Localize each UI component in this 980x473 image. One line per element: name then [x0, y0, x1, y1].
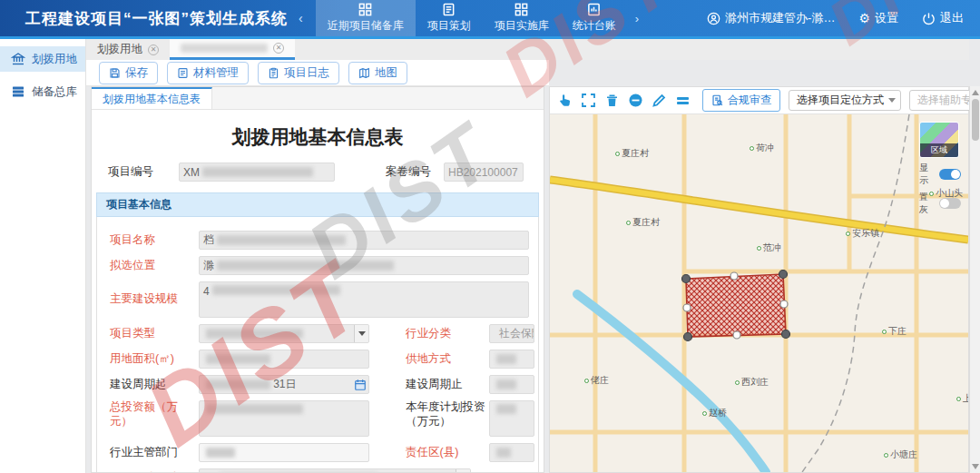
- sidebar-item-allocated-land[interactable]: 划拨用地: [0, 46, 85, 72]
- period-start-date-field[interactable]: 31日: [199, 375, 369, 394]
- map-place-label: 佬庄: [584, 374, 609, 387]
- dept-field[interactable]: [199, 443, 369, 462]
- grey-toggle[interactable]: [939, 198, 961, 209]
- map-icon: [358, 67, 370, 79]
- form-row: 项目用地性质 A2: [97, 468, 538, 473]
- redacted-value: [496, 448, 511, 458]
- case-no-field[interactable]: HB202100007: [444, 163, 524, 182]
- industry-field[interactable]: 社会保障: [489, 324, 534, 343]
- button-label: 地图: [375, 65, 397, 81]
- form-header-fields: 项目编号 XM 案卷编号 HB202100007: [92, 163, 544, 192]
- annual-invest-label: 本年度计划投资（万元）: [406, 400, 489, 429]
- map-place-label: 上: [956, 392, 968, 405]
- nav-more-arrow-icon[interactable]: ›: [635, 12, 639, 25]
- redacted-value: [496, 379, 516, 389]
- railway-line: [802, 114, 909, 472]
- district-field[interactable]: [489, 443, 534, 462]
- project-name-label: 项目名称: [110, 233, 199, 248]
- district-label: 责任区(县): [406, 446, 489, 460]
- annual-invest-field[interactable]: [489, 400, 534, 437]
- chevron-down-icon: [888, 98, 896, 103]
- zoom-out-icon[interactable]: [628, 93, 643, 108]
- form-title: 划拨用地基本信息表: [92, 124, 544, 150]
- sidebar-item-reserve-bank[interactable]: 储备总库: [0, 79, 85, 104]
- project-name-field[interactable]: 档: [199, 231, 529, 250]
- pan-hand-icon[interactable]: [557, 93, 573, 108]
- compliance-review-button[interactable]: 合规审查: [702, 89, 780, 112]
- logout-button[interactable]: 退出: [922, 10, 964, 26]
- map-place-label: 下庄: [882, 325, 906, 338]
- project-no-field[interactable]: XM: [179, 163, 335, 182]
- vertical-scrollbar[interactable]: [969, 86, 980, 473]
- scale-field[interactable]: 4: [199, 281, 529, 318]
- period-end-field[interactable]: [489, 375, 534, 394]
- nav-item-recent-reserve[interactable]: 近期项目储备库: [316, 0, 416, 36]
- parcel-polygon[interactable]: [682, 271, 790, 341]
- field-value: HB202100007: [448, 166, 518, 179]
- collapse-arrow-icon[interactable]: ‹: [299, 11, 303, 25]
- project-type-label: 项目类型: [110, 327, 199, 341]
- map-canvas[interactable]: 夏庄村荷冲夏庄村安乐镇小山头范冲下庄西刘庄佬庄赵桥小塘庄上 区域 显示 置灰: [550, 114, 968, 472]
- scrollbar-thumb[interactable]: [972, 99, 979, 141]
- form-row: 建设周期起 31日 建设周期止: [97, 375, 538, 394]
- supply-mode-label: 供地方式: [406, 352, 489, 367]
- save-icon: [109, 67, 121, 79]
- industry-label: 行业分类: [406, 327, 489, 341]
- map-marker-icon: [884, 453, 888, 458]
- show-toggle[interactable]: [939, 169, 961, 180]
- header-right: 滁州市规建管办-滁… ⚙ 设置 退出: [707, 0, 964, 36]
- nav-item-statistics[interactable]: 统计台账: [561, 0, 628, 36]
- map-marker-icon: [956, 397, 961, 401]
- layer-thumbnail[interactable]: 区域: [919, 122, 959, 158]
- nav-item-project-planning[interactable]: 项目策划: [416, 0, 483, 36]
- fullscreen-icon[interactable]: [581, 93, 596, 108]
- total-invest-field[interactable]: [199, 400, 369, 437]
- form-toolbar: 保存 材料管理 项目日志 地图: [86, 60, 549, 86]
- close-icon[interactable]: ✕: [148, 44, 159, 55]
- chevron-down-icon[interactable]: [354, 325, 368, 342]
- save-button[interactable]: 保存: [99, 62, 158, 84]
- nav-item-implementation[interactable]: 项目实施库: [483, 0, 561, 36]
- layer-control: 区域 显示 置灰: [919, 122, 961, 216]
- log-icon: [268, 67, 279, 79]
- header-accent-strip: [0, 36, 980, 39]
- supply-mode-field[interactable]: [489, 350, 534, 369]
- sidebar: 划拨用地 储备总库: [0, 39, 86, 473]
- land-nature-select[interactable]: A2: [199, 468, 471, 473]
- settings-button[interactable]: ⚙ 设置: [858, 10, 898, 26]
- ledger-icon: [587, 3, 601, 16]
- logout-label: 退出: [940, 10, 964, 26]
- field-value: 社会保障: [499, 326, 534, 341]
- measure-icon[interactable]: [675, 93, 691, 108]
- calendar-icon[interactable]: [354, 379, 367, 394]
- scroll-up-icon[interactable]: [972, 90, 979, 95]
- form-tab-basic-info[interactable]: 划拨用地基本信息表: [92, 87, 212, 109]
- form-row: 拟选位置 滁: [97, 256, 538, 275]
- top-nav: 近期项目储备库 项目策划 项目实施库 统计台账: [316, 0, 628, 36]
- tab-label: 划拨用地: [97, 42, 142, 57]
- tab-active-redacted[interactable]: ✕: [170, 39, 295, 60]
- map-place-label: 范冲: [757, 241, 781, 254]
- total-invest-label: 总投资额（万元）: [110, 400, 199, 429]
- materials-button[interactable]: 材料管理: [167, 62, 249, 84]
- show-label: 显示: [919, 162, 936, 187]
- gear-icon: ⚙: [858, 12, 870, 25]
- delete-icon[interactable]: [604, 93, 620, 108]
- user-menu[interactable]: 滁州市规建管办-滁…: [707, 10, 835, 26]
- draw-icon[interactable]: [652, 93, 667, 108]
- project-log-button[interactable]: 项目日志: [258, 62, 339, 84]
- close-icon[interactable]: ✕: [273, 43, 284, 54]
- scroll-down-icon[interactable]: [972, 464, 979, 469]
- locate-mode-select[interactable]: 选择项目定位方式: [789, 90, 901, 111]
- chevron-down-icon[interactable]: [456, 469, 470, 473]
- nav-label: 项目实施库: [495, 18, 549, 34]
- map-button[interactable]: 地图: [348, 62, 407, 84]
- project-type-select[interactable]: [199, 324, 369, 343]
- land-area-field[interactable]: [199, 350, 369, 369]
- tab-allocated-land[interactable]: 划拨用地 ✕: [86, 39, 170, 60]
- redacted-value: [206, 329, 303, 339]
- nav-label: 统计台账: [573, 18, 616, 34]
- power-icon: [922, 12, 936, 25]
- location-field[interactable]: 滁: [199, 256, 529, 275]
- map-marker-icon: [757, 246, 761, 251]
